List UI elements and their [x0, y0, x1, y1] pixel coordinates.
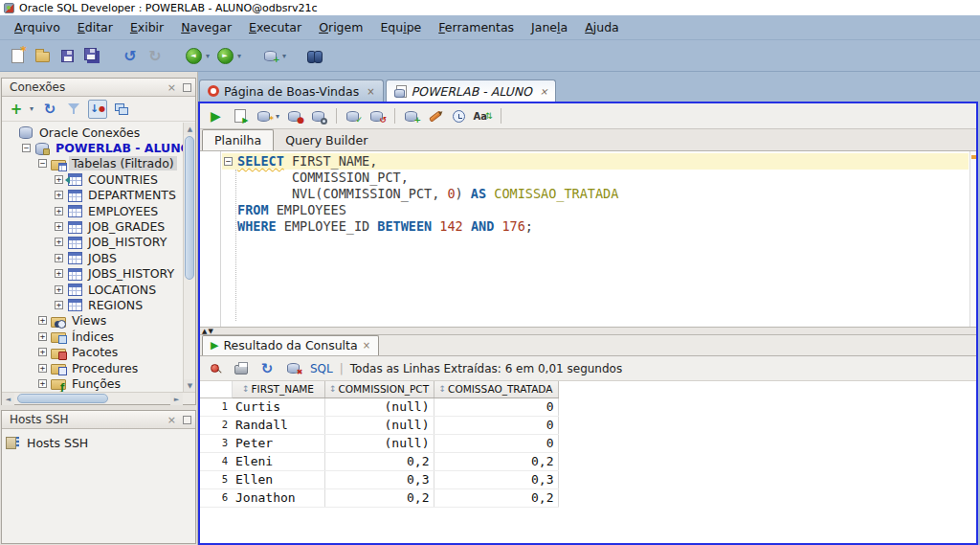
results-grid[interactable]: ↕FIRST_NAME↕COMMISSION_PCT↕COMISSAO_TRAT…: [200, 381, 976, 543]
editor-results-splitter[interactable]: ▲ ▼: [200, 327, 976, 335]
menu-navegar[interactable]: Navegar: [172, 17, 240, 37]
table-row[interactable]: 3Peter(null)0: [200, 434, 558, 452]
back-dropdown[interactable]: ▾: [206, 52, 210, 60]
expand-node-icon[interactable]: +: [55, 175, 63, 184]
cell-comissao_tratada[interactable]: 0: [434, 416, 558, 434]
minimize-panel-icon[interactable]: [183, 83, 191, 92]
expand-node-icon[interactable]: +: [38, 332, 47, 341]
autotrace-button[interactable]: *: [253, 105, 275, 126]
table-row[interactable]: 4Eleni0,20,2: [200, 452, 558, 470]
menu-ferramentas[interactable]: Ferramentas: [430, 17, 523, 37]
fold-icon[interactable]: −: [224, 157, 233, 166]
cell-first_name[interactable]: Jonathon: [232, 488, 324, 507]
expand-node-icon[interactable]: +: [55, 301, 63, 309]
minimize-panel-icon[interactable]: [183, 416, 191, 424]
print-button[interactable]: [233, 357, 250, 380]
sql-link[interactable]: SQL: [310, 362, 333, 375]
table-row[interactable]: 5Ellen0,30,3: [200, 470, 558, 488]
sort-button[interactable]: ↓●: [88, 100, 107, 119]
tab-powerlab-aluno[interactable]: POWERLAB - ALUNO ×: [386, 79, 557, 102]
tree-vertical-scrollbar[interactable]: ▲ ▼: [183, 123, 195, 392]
menu-executar[interactable]: Executar: [240, 17, 310, 37]
code-line-1[interactable]: −SELECT FIRST_NAME,: [222, 153, 969, 170]
filter-button[interactable]: [64, 100, 83, 119]
expand-node-icon[interactable]: +: [38, 348, 47, 356]
back-button[interactable]: ◄: [182, 44, 205, 67]
tree-item-tabelas-filtrado-[interactable]: −Tabelas (Filtrado): [2, 156, 183, 171]
scroll-right-icon[interactable]: ►: [170, 393, 183, 405]
scroll-down-icon[interactable]: ▼: [184, 379, 195, 392]
explain-plan-button[interactable]: ●: [283, 105, 305, 126]
unshared-worksheet-button[interactable]: +: [400, 105, 422, 126]
cell-comissao_tratada[interactable]: 0: [434, 397, 558, 416]
tree-item-employees[interactable]: +EMPLOYEES: [2, 203, 183, 218]
column-sort-icon[interactable]: ↕: [242, 384, 250, 394]
sql-history-button[interactable]: [448, 105, 470, 126]
refresh-tree-button[interactable]: ↻: [40, 100, 59, 119]
expand-node-icon[interactable]: +: [55, 285, 63, 294]
tab-resultado-da-consulta[interactable]: ▶ Resultado da Consulta ×: [202, 335, 379, 355]
cell-comissao_tratada[interactable]: 0: [434, 434, 558, 452]
splitter-down-icon[interactable]: ▼: [208, 328, 212, 335]
table-row[interactable]: 2Randall(null)0: [200, 416, 558, 434]
cell-commission_pct[interactable]: (null): [324, 434, 434, 452]
cell-first_name[interactable]: Peter: [232, 434, 324, 452]
save-all-button[interactable]: [80, 44, 103, 67]
tree-item-job-history[interactable]: +JOB_HISTORY: [2, 235, 183, 250]
menu-ajuda[interactable]: Ajuda: [576, 17, 628, 37]
cell-commission_pct[interactable]: (null): [324, 416, 434, 434]
table-row[interactable]: 1Curtis(null)0: [200, 397, 558, 416]
tree-item--ndices[interactable]: +Índices: [2, 329, 183, 344]
menu-origem[interactable]: Origem: [310, 17, 371, 37]
add-connection-button[interactable]: +: [7, 100, 26, 119]
cell-commission_pct[interactable]: 0,2: [324, 452, 434, 470]
menu-editar[interactable]: Editar: [69, 17, 122, 37]
column-header-first_name[interactable]: ↕FIRST_NAME: [232, 381, 324, 397]
code-line-2[interactable]: COMMISSION_PCT,: [222, 170, 969, 186]
code-line-5[interactable]: WHERE EMPLOYEE_ID BETWEEN 142 AND 176;: [222, 218, 969, 235]
expand-node-icon[interactable]: +: [38, 379, 47, 388]
change-case-button[interactable]: Aa⇅: [472, 105, 494, 126]
tree-item-procedures[interactable]: +Procedures: [2, 360, 183, 375]
column-sort-icon[interactable]: ↕: [439, 384, 447, 394]
tree-horizontal-scrollbar[interactable]: ◄ ►: [2, 392, 195, 404]
search-button[interactable]: [303, 44, 326, 67]
redo-button[interactable]: ↻: [144, 44, 167, 67]
tree-item-fun-es[interactable]: +Funções: [2, 375, 183, 391]
column-sort-icon[interactable]: ↕: [329, 384, 337, 394]
autotrace-dropdown[interactable]: ▾: [276, 112, 279, 121]
table-row[interactable]: 6Jonathon0,20,2: [200, 488, 558, 507]
code-line-3[interactable]: NVL(COMMISSION_PCT, 0) AS COMISSAO_TRATA…: [222, 186, 969, 202]
tree-item-jobs[interactable]: +JOBS: [2, 250, 183, 265]
pin-button[interactable]: [207, 357, 224, 380]
expand-node-icon[interactable]: +: [55, 254, 63, 262]
close-panel-icon[interactable]: ×: [164, 81, 180, 94]
new-file-button[interactable]: *: [6, 44, 29, 67]
forward-button[interactable]: ►: [213, 44, 236, 67]
tree-item-regions[interactable]: +REGIONS: [2, 297, 183, 312]
expand-node-icon[interactable]: +: [55, 191, 63, 199]
collapse-node-icon[interactable]: −: [38, 159, 47, 168]
expand-node-icon[interactable]: +: [55, 222, 63, 231]
tree-item-job-grades[interactable]: +JOB_GRADES: [2, 218, 183, 234]
cell-first_name[interactable]: Ellen: [232, 470, 324, 488]
sql-tuning-button[interactable]: [307, 105, 329, 126]
code-line-4[interactable]: FROM EMPLOYEES: [222, 202, 969, 218]
tab-query-builder[interactable]: Query Builder: [274, 130, 379, 150]
tree-item-countries[interactable]: +COUNTRIES: [2, 171, 183, 187]
tree-item-departments[interactable]: +DEPARTMENTS: [2, 188, 183, 203]
tab-planilha[interactable]: Planilha: [202, 129, 274, 150]
refresh-results-button[interactable]: ↻: [258, 357, 276, 380]
add-connection-dropdown[interactable]: ▾: [30, 104, 33, 113]
tab-welcome-page[interactable]: Página de Boas-Vindas ×: [199, 79, 384, 102]
scroll-up-icon[interactable]: ▲: [184, 123, 195, 135]
tree-item-powerlab-aluno[interactable]: −POWERLAB - ALUNO: [2, 140, 183, 155]
cell-first_name[interactable]: Randall: [232, 416, 324, 434]
cell-first_name[interactable]: Eleni: [232, 452, 324, 470]
undo-button[interactable]: ↺: [119, 44, 142, 67]
open-folder-button[interactable]: [31, 44, 54, 67]
tree-item-views[interactable]: +Views: [2, 313, 183, 329]
expand-node-icon[interactable]: +: [38, 364, 47, 373]
commit-button[interactable]: ✓: [342, 105, 364, 126]
clear-button[interactable]: [424, 105, 446, 126]
